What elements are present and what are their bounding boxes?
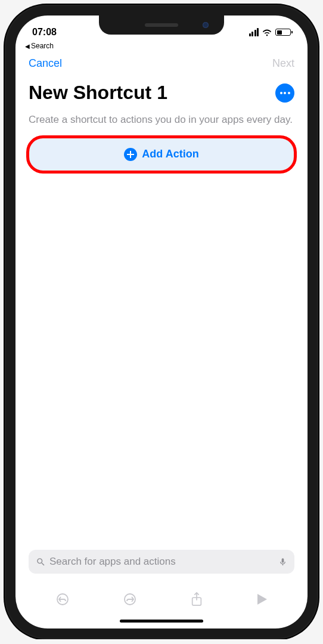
plus-circle-icon bbox=[124, 148, 137, 161]
redo-icon bbox=[123, 592, 137, 606]
breadcrumb[interactable]: ◀ Search bbox=[15, 42, 308, 50]
content-area bbox=[15, 171, 308, 550]
add-action-label: Add Action bbox=[142, 148, 198, 160]
bottom-toolbar bbox=[15, 578, 308, 616]
screen: 07:08 ◀ Search Cancel Next Ne bbox=[15, 16, 308, 628]
redo-button[interactable] bbox=[118, 590, 142, 611]
notch bbox=[99, 16, 224, 35]
breadcrumb-label: Search bbox=[31, 42, 54, 50]
undo-icon bbox=[55, 592, 70, 606]
add-action-button[interactable]: Add Action bbox=[29, 138, 294, 171]
next-button: Next bbox=[272, 57, 294, 70]
search-icon bbox=[36, 557, 46, 567]
play-icon bbox=[256, 593, 268, 606]
battery-icon bbox=[275, 29, 291, 36]
chevron-left-icon: ◀ bbox=[25, 43, 30, 49]
search-input[interactable] bbox=[49, 556, 275, 568]
more-options-button[interactable] bbox=[275, 83, 294, 103]
ellipsis-icon bbox=[280, 92, 290, 94]
cancel-button[interactable]: Cancel bbox=[29, 57, 62, 70]
status-time: 07:08 bbox=[32, 27, 57, 37]
share-button[interactable] bbox=[185, 589, 208, 611]
page-subtitle: Create a shortcut to actions you do in y… bbox=[15, 104, 308, 138]
device-frame: 07:08 ◀ Search Cancel Next Ne bbox=[5, 5, 318, 639]
play-button[interactable] bbox=[251, 590, 273, 610]
front-camera bbox=[203, 22, 209, 28]
nav-bar: Cancel Next bbox=[15, 50, 308, 75]
title-row: New Shortcut 1 bbox=[15, 75, 308, 104]
microphone-icon[interactable] bbox=[278, 556, 287, 568]
page-title: New Shortcut 1 bbox=[29, 82, 167, 104]
undo-button[interactable] bbox=[51, 590, 74, 611]
home-indicator[interactable] bbox=[120, 620, 203, 623]
wifi-icon bbox=[262, 28, 272, 36]
share-icon bbox=[190, 592, 203, 607]
cellular-signal-icon bbox=[249, 28, 259, 36]
search-bar[interactable] bbox=[29, 550, 294, 574]
